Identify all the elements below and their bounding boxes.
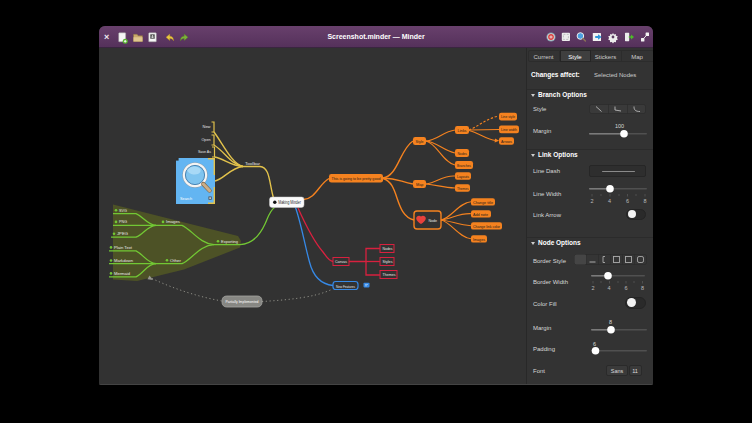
svg-text:Other: Other bbox=[170, 258, 182, 263]
svg-text:Styles: Styles bbox=[383, 259, 393, 264]
svg-text:Images: Images bbox=[166, 219, 180, 224]
svg-text:Open: Open bbox=[202, 137, 212, 142]
svg-text:Search: Search bbox=[180, 196, 193, 201]
svg-text:6: 6 bbox=[626, 198, 629, 204]
svg-text:Links: Links bbox=[458, 128, 467, 133]
svg-text:Themes: Themes bbox=[383, 272, 396, 277]
svg-text:Markdown: Markdown bbox=[114, 258, 134, 263]
svg-text:Images: Images bbox=[473, 237, 485, 242]
svg-text:Plain Text: Plain Text bbox=[114, 245, 133, 250]
svg-text:Add note: Add note bbox=[473, 212, 489, 217]
svg-text:2: 2 bbox=[591, 198, 594, 204]
svg-text:New Features: New Features bbox=[336, 284, 355, 289]
svg-text:Partially Implemented: Partially Implemented bbox=[226, 299, 259, 304]
svg-text:Making Minder: Making Minder bbox=[278, 200, 301, 205]
svg-text:Style: Style bbox=[416, 139, 425, 144]
svg-text:Exporting: Exporting bbox=[221, 239, 239, 244]
svg-text:JPEG: JPEG bbox=[117, 231, 129, 236]
svg-text:Canvas: Canvas bbox=[335, 259, 347, 264]
svg-text:Themes: Themes bbox=[457, 186, 469, 191]
svg-text:PNG: PNG bbox=[119, 219, 128, 224]
svg-text:Save As: Save As bbox=[198, 149, 211, 154]
svg-text:Nodes: Nodes bbox=[458, 151, 468, 156]
svg-text:Layouts: Layouts bbox=[457, 174, 469, 179]
svg-text:4: 4 bbox=[608, 198, 611, 204]
svg-text:8: 8 bbox=[641, 285, 644, 291]
svg-text:Branches: Branches bbox=[457, 163, 471, 168]
svg-text:Line width: Line width bbox=[501, 127, 517, 132]
svg-text:2: 2 bbox=[592, 285, 595, 291]
svg-text:Change title: Change title bbox=[473, 200, 494, 205]
svg-text:This is going to be pretty goo: This is going to be pretty good bbox=[332, 176, 382, 181]
svg-text:Line style: Line style bbox=[501, 114, 515, 119]
svg-text:Node: Node bbox=[429, 218, 438, 223]
svg-text:Change link color: Change link color bbox=[473, 224, 500, 229]
svg-text:New: New bbox=[203, 124, 212, 129]
svg-text:8: 8 bbox=[644, 198, 647, 204]
svg-text:4: 4 bbox=[608, 285, 611, 291]
svg-text:Arrows: Arrows bbox=[501, 139, 512, 144]
svg-text:Mermaid: Mermaid bbox=[114, 271, 131, 276]
svg-text:SVG: SVG bbox=[119, 208, 128, 213]
svg-text:Map: Map bbox=[416, 182, 424, 187]
svg-text:6: 6 bbox=[625, 285, 628, 291]
svg-text:Toolbar: Toolbar bbox=[245, 161, 261, 166]
svg-text:Nodes: Nodes bbox=[383, 246, 393, 251]
